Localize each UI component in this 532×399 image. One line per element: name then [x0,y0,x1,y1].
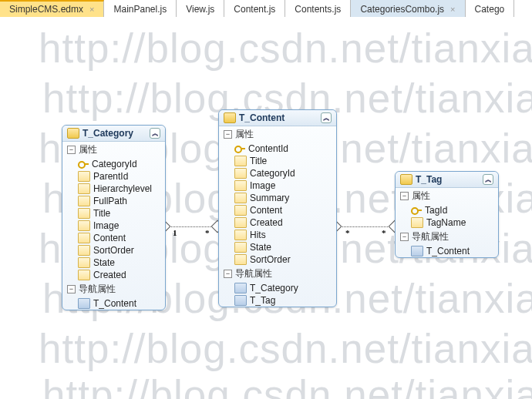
property-name: CategoryId [92,159,137,169]
property-name: Image [93,220,119,231]
nav-property-row[interactable]: T_Tag [219,294,336,307]
property-name: State [250,242,271,253]
watermark: http://blog.csdn.net/tianxia [39,325,532,372]
entity-icon [400,174,412,185]
property-name: Title [93,208,110,219]
property-row[interactable]: ContentId [219,142,336,155]
property-row[interactable]: State [62,256,165,269]
close-icon[interactable]: × [450,5,455,14]
nav-property-row[interactable]: T_Content [396,245,498,257]
property-row[interactable]: SortOrder [219,253,336,266]
nav-property-row[interactable]: T_Category [219,282,336,294]
toggle-icon[interactable]: − [224,270,232,278]
property-row[interactable]: Content [219,204,336,216]
tab-catego[interactable]: Catego [466,0,515,17]
property-name: State [93,257,115,268]
section-label: 属性 [235,128,254,141]
property-name: TagId [425,205,447,216]
property-name: SortOrder [93,245,134,256]
toggle-icon[interactable]: − [67,285,76,293]
property-icon [78,208,90,219]
section-navigation[interactable]: −导航属性 [62,281,165,297]
property-icon [78,220,90,231]
property-row[interactable]: FullPath [62,195,165,207]
property-row[interactable]: SortOrder [62,244,165,256]
tab-mainpanel-js[interactable]: MainPanel.js [104,0,177,17]
section-properties[interactable]: −属性 [396,188,498,204]
tab-contents-js[interactable]: Contents.js [285,0,351,17]
nav-property-name: T_Category [250,283,298,293]
property-row[interactable]: Content [62,232,165,244]
property-row[interactable]: Image [62,220,165,232]
property-icon [78,183,90,194]
entity-header[interactable]: T_Tag︽ [396,172,498,188]
property-name: ContentId [248,143,288,154]
property-row[interactable]: Summary [219,192,336,204]
entity-icon [67,128,79,139]
property-row[interactable]: Created [219,216,336,229]
property-row[interactable]: Hierarchylevel [62,183,165,195]
property-name: Created [93,270,126,280]
tab-categoriescombo-js[interactable]: CategoriesCombo.js× [351,0,465,17]
collapse-icon[interactable]: ︽ [321,112,332,123]
property-name: Created [250,217,283,228]
property-name: Title [250,156,267,166]
property-row[interactable]: ParentId [62,170,165,183]
property-row[interactable]: Created [62,269,165,281]
collapse-icon[interactable]: ︽ [483,174,493,185]
property-icon [234,205,247,216]
section-label: 属性 [79,143,97,156]
tab-label: CategoriesCombo.js [360,4,444,15]
nav-property-row[interactable]: T_Content [62,297,165,310]
property-row[interactable]: CategoryId [62,158,165,170]
nav-property-name: T_Content [426,246,470,256]
editor-tabs: SimpleCMS.edmx×MainPanel.jsView.jsConten… [0,0,532,18]
entity-header[interactable]: T_Content︽ [219,110,336,126]
property-row[interactable]: CategoryId [219,167,336,179]
section-properties[interactable]: −属性 [219,126,336,142]
cardinality-label: * [382,228,386,237]
property-row[interactable]: Hits [219,229,336,241]
entity-t-tag[interactable]: T_Tag︽−属性TagIdTagName−导航属性T_Content [395,171,499,258]
toggle-icon[interactable]: − [67,146,76,154]
entity-t-content[interactable]: T_Content︽−属性ContentIdTitleCategoryIdIma… [218,109,337,307]
collapse-icon[interactable]: ︽ [150,128,160,139]
tab-simplecms-edmx[interactable]: SimpleCMS.edmx× [0,0,104,17]
entity-t-category[interactable]: T_Category︽−属性CategoryIdParentIdHierarch… [62,125,166,310]
property-name: ParentId [93,171,128,182]
nav-property-name: T_Tag [250,295,275,306]
property-name: FullPath [93,196,127,206]
tab-label: MainPanel.js [113,4,167,15]
toggle-icon[interactable]: − [224,130,232,139]
property-icon [234,193,247,203]
nav-icon [234,295,247,306]
section-label: 导航属性 [412,230,449,243]
nav-icon [234,283,247,293]
tab-view-js[interactable]: View.js [177,0,224,17]
property-row[interactable]: TagId [396,204,498,216]
property-row[interactable]: TagName [396,216,498,229]
tab-content-js[interactable]: Content.js [224,0,285,17]
relation-line[interactable] [335,226,394,227]
property-name: CategoryId [250,168,295,179]
entity-header[interactable]: T_Category︽ [62,126,165,142]
property-row[interactable]: Image [219,179,336,192]
section-navigation[interactable]: −导航属性 [396,229,498,245]
property-icon [234,156,247,166]
cardinality-label: * [205,228,210,237]
property-row[interactable]: Title [62,207,165,220]
section-navigation[interactable]: −导航属性 [219,266,336,282]
property-name: SortOrder [250,254,291,265]
property-row[interactable]: State [219,241,336,253]
property-row[interactable]: Title [219,155,336,167]
toggle-icon[interactable]: − [400,233,409,241]
property-name: Summary [250,193,289,203]
nav-icon [411,246,423,256]
edmx-designer-canvas[interactable]: http://blog.csdn.net/tianxia http://blog… [0,17,532,399]
watermark: http://blog.csdn.net/tianxia [39,25,532,72]
toggle-icon[interactable]: − [400,192,409,200]
close-icon[interactable]: × [89,5,94,14]
section-properties[interactable]: −属性 [62,142,165,158]
property-name: TagName [426,217,466,228]
relation-line[interactable] [164,226,217,227]
